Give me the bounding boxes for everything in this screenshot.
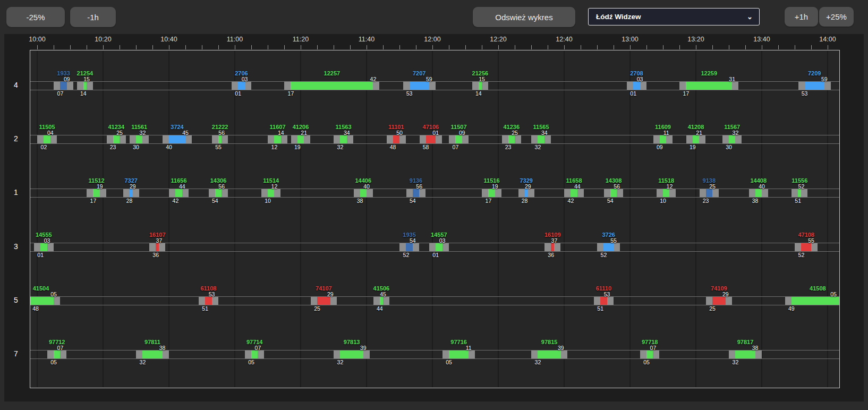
occupancy-bar[interactable]	[142, 351, 162, 358]
occupancy-bar[interactable]	[712, 297, 726, 305]
gridline	[629, 51, 631, 387]
arrival-minute-label: 44	[377, 305, 383, 312]
axis-tick	[646, 45, 647, 49]
train-number-label: 97817	[737, 339, 754, 345]
occupancy-bar[interactable]	[801, 243, 811, 251]
arrival-minute-label: 09	[657, 144, 663, 150]
track-rail	[30, 197, 839, 198]
axis-tick	[350, 45, 351, 49]
occupancy-bar[interactable]	[633, 82, 640, 90]
occupancy-bar[interactable]	[30, 297, 54, 305]
occupancy-bar[interactable]	[646, 351, 653, 358]
occupancy-bar[interactable]	[274, 135, 280, 143]
occupancy-bar[interactable]	[130, 189, 133, 197]
occupancy-bar[interactable]	[508, 135, 515, 143]
gridline	[168, 51, 169, 387]
occupancy-bar[interactable]	[436, 243, 442, 251]
occupancy-bar[interactable]	[83, 82, 87, 90]
occupancy-bar[interactable]	[693, 135, 699, 143]
axis-tick	[581, 45, 581, 49]
occupancy-bar[interactable]	[805, 82, 824, 90]
time-axis-label: 13:40	[753, 36, 770, 43]
occupancy-bar[interactable]	[735, 351, 755, 358]
occupancy-bar[interactable]	[156, 243, 159, 251]
arrival-minute-label: 12	[271, 144, 278, 150]
track-number-label: 1	[14, 188, 18, 197]
occupancy-bar[interactable]	[792, 297, 839, 305]
arrival-minute-label: 36	[548, 252, 554, 258]
zoom-out-button[interactable]: -25%	[6, 7, 65, 27]
occupancy-bar[interactable]	[40, 243, 47, 251]
train-number-label: 97813	[344, 339, 360, 345]
occupancy-bar[interactable]	[44, 135, 50, 143]
occupancy-bar[interactable]	[136, 135, 142, 143]
departure-minute-label: 21	[301, 130, 307, 136]
occupancy-bar[interactable]	[340, 351, 363, 358]
occupancy-bar[interactable]	[215, 189, 222, 197]
shift-back-1h-button[interactable]: -1h	[70, 7, 116, 27]
occupancy-bar[interactable]	[54, 351, 60, 358]
arrival-minute-label: 54	[607, 198, 614, 204]
refresh-chart-button[interactable]: Odswież wykres	[473, 7, 575, 27]
occupancy-bar[interactable]	[551, 243, 554, 251]
occupancy-bar[interactable]	[205, 297, 211, 305]
occupancy-bar[interactable]	[410, 82, 429, 90]
gridline	[103, 51, 104, 387]
gridline	[498, 51, 499, 387]
occupancy-bar[interactable]	[317, 297, 330, 305]
departure-minute-label: 05	[50, 291, 57, 297]
departure-minute-label: 03	[439, 237, 446, 244]
occupancy-bar[interactable]	[238, 82, 244, 90]
occupancy-bar[interactable]	[686, 82, 732, 90]
zoom-in-button[interactable]: +25%	[819, 7, 854, 27]
occupancy-bar[interactable]	[251, 351, 258, 358]
arrival-minute-label: 32	[337, 144, 344, 150]
occupancy-bar[interactable]	[600, 297, 607, 305]
gridline	[564, 51, 565, 387]
occupancy-bar[interactable]	[488, 189, 495, 197]
arrival-minute-label: 38	[752, 198, 759, 204]
station-select[interactable]: Łódź Widzew ⌄	[588, 8, 760, 25]
occupancy-bar[interactable]	[603, 243, 614, 251]
occupancy-bar[interactable]	[660, 135, 666, 143]
occupancy-bar[interactable]	[169, 135, 185, 143]
departure-minute-label: 11	[466, 345, 472, 351]
occupancy-bar[interactable]	[218, 135, 222, 143]
occupancy-bar[interactable]	[93, 189, 99, 197]
time-axis-label: 11:00	[227, 36, 243, 43]
occupancy-bar[interactable]	[479, 82, 482, 90]
occupancy-bar[interactable]	[297, 135, 304, 143]
occupancy-bar[interactable]	[413, 189, 419, 197]
occupancy-bar[interactable]	[406, 243, 412, 251]
departure-minute-label: 53	[209, 291, 215, 297]
occupancy-bar[interactable]	[455, 135, 462, 143]
time-axis-label: 12:20	[490, 36, 506, 43]
occupancy-bar[interactable]	[706, 189, 712, 197]
occupancy-bar[interactable]	[663, 189, 669, 197]
occupancy-bar[interactable]	[538, 351, 560, 358]
occupancy-bar[interactable]	[449, 351, 469, 358]
plot-area	[30, 50, 840, 388]
occupancy-bar[interactable]	[525, 189, 528, 197]
arrival-minute-label: 14	[80, 90, 87, 97]
occupancy-bar[interactable]	[360, 189, 367, 197]
occupancy-bar[interactable]	[291, 82, 373, 90]
occupancy-bar[interactable]	[175, 189, 182, 197]
occupancy-bar[interactable]	[113, 135, 120, 143]
occupancy-bar[interactable]	[610, 189, 617, 197]
occupancy-bar[interactable]	[538, 135, 544, 143]
occupancy-bar[interactable]	[60, 82, 66, 90]
occupancy-bar[interactable]	[571, 189, 577, 197]
occupancy-bar[interactable]	[380, 297, 383, 305]
occupancy-bar[interactable]	[268, 189, 274, 197]
occupancy-bar[interactable]	[755, 189, 762, 197]
shift-forward-1h-button[interactable]: +1h	[785, 7, 818, 27]
occupancy-bar[interactable]	[393, 135, 399, 143]
arrival-minute-label: 53	[802, 90, 808, 97]
departure-minute-label: 52	[798, 183, 805, 190]
occupancy-bar[interactable]	[729, 135, 735, 143]
occupancy-bar[interactable]	[340, 135, 346, 143]
occupancy-bar[interactable]	[426, 135, 436, 143]
time-axis-label: 12:00	[424, 36, 440, 43]
occupancy-bar[interactable]	[798, 189, 801, 197]
